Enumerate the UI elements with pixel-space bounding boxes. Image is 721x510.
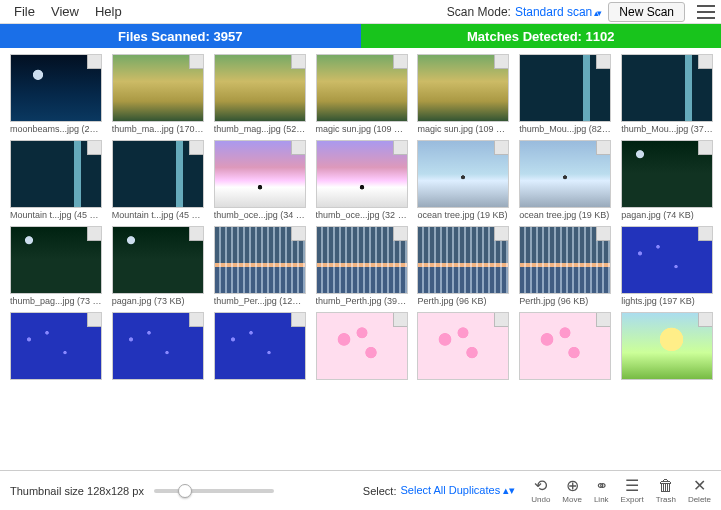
thumbnail-item[interactable] [316, 312, 412, 382]
thumbnail-image[interactable] [316, 54, 408, 122]
thumbnail-image[interactable] [214, 140, 306, 208]
thumbnail-image[interactable] [316, 226, 408, 294]
link-button[interactable]: ⚭Link [594, 478, 609, 504]
thumbnail-image[interactable] [621, 312, 713, 380]
checkbox-icon[interactable] [189, 55, 203, 69]
thumbnail-item[interactable] [621, 312, 717, 382]
thumbnail-image[interactable] [112, 140, 204, 208]
thumbnail-item[interactable] [417, 312, 513, 382]
checkbox-icon[interactable] [291, 313, 305, 327]
thumbnail-item[interactable]: thumb_Mou...jpg (37 KB) [621, 54, 717, 134]
slider-knob[interactable] [178, 484, 192, 498]
checkbox-icon[interactable] [494, 141, 508, 155]
checkbox-icon[interactable] [87, 55, 101, 69]
checkbox-icon[interactable] [393, 141, 407, 155]
undo-button[interactable]: ⟲Undo [531, 478, 550, 504]
thumbnail-item[interactable]: Perth.jpg (96 KB) [519, 226, 615, 306]
thumbnail-image[interactable] [214, 54, 306, 122]
thumbnail-image[interactable] [214, 226, 306, 294]
checkbox-icon[interactable] [596, 55, 610, 69]
thumbnail-image[interactable] [316, 312, 408, 380]
move-button[interactable]: ⊕Move [562, 478, 582, 504]
hamburger-icon[interactable] [697, 5, 715, 19]
thumbnail-item[interactable] [214, 312, 310, 382]
thumbnail-item[interactable]: Perth.jpg (96 KB) [417, 226, 513, 306]
checkbox-icon[interactable] [596, 227, 610, 241]
thumbnail-item[interactable]: Mountain t...jpg (45 KB) [112, 140, 208, 220]
thumbnail-item[interactable] [10, 312, 106, 382]
thumbnail-image[interactable] [621, 226, 713, 294]
checkbox-icon[interactable] [189, 313, 203, 327]
checkbox-icon[interactable] [393, 227, 407, 241]
thumbnail-item[interactable]: ocean tree.jpg (19 KB) [519, 140, 615, 220]
thumbnail-item[interactable]: thumb_oce...jpg (34 KB) [214, 140, 310, 220]
checkbox-icon[interactable] [87, 227, 101, 241]
checkbox-icon[interactable] [698, 141, 712, 155]
new-scan-button[interactable]: New Scan [608, 2, 685, 22]
thumbnail-item[interactable]: thumb_Per...jpg (128 KB) [214, 226, 310, 306]
thumbnail-image[interactable] [10, 226, 102, 294]
thumbnail-item[interactable]: thumb_ma...jpg (170 KB) [112, 54, 208, 134]
thumbnail-item[interactable]: thumb_mag...jpg (52 KB) [214, 54, 310, 134]
thumbnail-image[interactable] [417, 226, 509, 294]
thumbnail-image[interactable] [214, 312, 306, 380]
thumbnail-image[interactable] [519, 312, 611, 380]
thumbnail-image[interactable] [417, 140, 509, 208]
checkbox-icon[interactable] [494, 313, 508, 327]
thumbnail-item[interactable]: moonbeams...jpg (27 KB) [10, 54, 106, 134]
thumbnail-image[interactable] [112, 312, 204, 380]
thumbnail-item[interactable]: ocean tree.jpg (19 KB) [417, 140, 513, 220]
thumbnail-item[interactable]: thumb_Perth.jpg (39 KB) [316, 226, 412, 306]
thumbnail-image[interactable] [519, 226, 611, 294]
trash-button[interactable]: 🗑Trash [656, 478, 676, 504]
thumbnail-image[interactable] [621, 140, 713, 208]
thumbnail-image[interactable] [519, 54, 611, 122]
checkbox-icon[interactable] [698, 227, 712, 241]
thumbnail-item[interactable]: lights.jpg (197 KB) [621, 226, 717, 306]
checkbox-icon[interactable] [596, 141, 610, 155]
thumbnail-image[interactable] [10, 54, 102, 122]
thumbnail-image[interactable] [112, 226, 204, 294]
delete-button[interactable]: ✕Delete [688, 478, 711, 504]
thumbnail-item[interactable]: thumb_Mou...jpg (82 KB) [519, 54, 615, 134]
checkbox-icon[interactable] [291, 55, 305, 69]
select-dropdown[interactable]: Select All Duplicates ▴▾ [400, 484, 515, 497]
checkbox-icon[interactable] [189, 141, 203, 155]
thumbnail-item[interactable]: pagan.jpg (73 KB) [112, 226, 208, 306]
thumbnail-item[interactable] [112, 312, 208, 382]
thumbnail-image[interactable] [621, 54, 713, 122]
thumbnail-image[interactable] [417, 54, 509, 122]
checkbox-icon[interactable] [87, 313, 101, 327]
checkbox-icon[interactable] [698, 313, 712, 327]
checkbox-icon[interactable] [291, 141, 305, 155]
thumbnail-image[interactable] [316, 140, 408, 208]
checkbox-icon[interactable] [596, 313, 610, 327]
thumbnail-grid-scroll[interactable]: moonbeams...jpg (27 KB)thumb_ma...jpg (1… [0, 48, 721, 470]
checkbox-icon[interactable] [291, 227, 305, 241]
menu-view[interactable]: View [43, 2, 87, 21]
checkbox-icon[interactable] [494, 55, 508, 69]
thumbnail-item[interactable]: thumb_oce...jpg (32 KB) [316, 140, 412, 220]
thumbnail-image[interactable] [10, 140, 102, 208]
thumbnail-image[interactable] [112, 54, 204, 122]
thumbnail-image[interactable] [10, 312, 102, 380]
checkbox-icon[interactable] [189, 227, 203, 241]
thumbnail-size-slider[interactable] [154, 489, 274, 493]
checkbox-icon[interactable] [698, 55, 712, 69]
thumbnail-item[interactable]: magic sun.jpg (109 KB) [316, 54, 412, 134]
checkbox-icon[interactable] [393, 55, 407, 69]
thumbnail-image[interactable] [417, 312, 509, 380]
thumbnail-item[interactable]: pagan.jpg (74 KB) [621, 140, 717, 220]
thumbnail-item[interactable]: Mountain t...jpg (45 KB) [10, 140, 106, 220]
menu-file[interactable]: File [6, 2, 43, 21]
export-button[interactable]: ☰Export [621, 478, 644, 504]
menu-help[interactable]: Help [87, 2, 130, 21]
checkbox-icon[interactable] [393, 313, 407, 327]
checkbox-icon[interactable] [494, 227, 508, 241]
thumbnail-image[interactable] [519, 140, 611, 208]
checkbox-icon[interactable] [87, 141, 101, 155]
scan-mode-select[interactable]: Standard scan▴▾ [515, 5, 600, 19]
thumbnail-item[interactable]: thumb_pag...jpg (73 KB) [10, 226, 106, 306]
thumbnail-item[interactable]: magic sun.jpg (109 KB) [417, 54, 513, 134]
thumbnail-item[interactable] [519, 312, 615, 382]
